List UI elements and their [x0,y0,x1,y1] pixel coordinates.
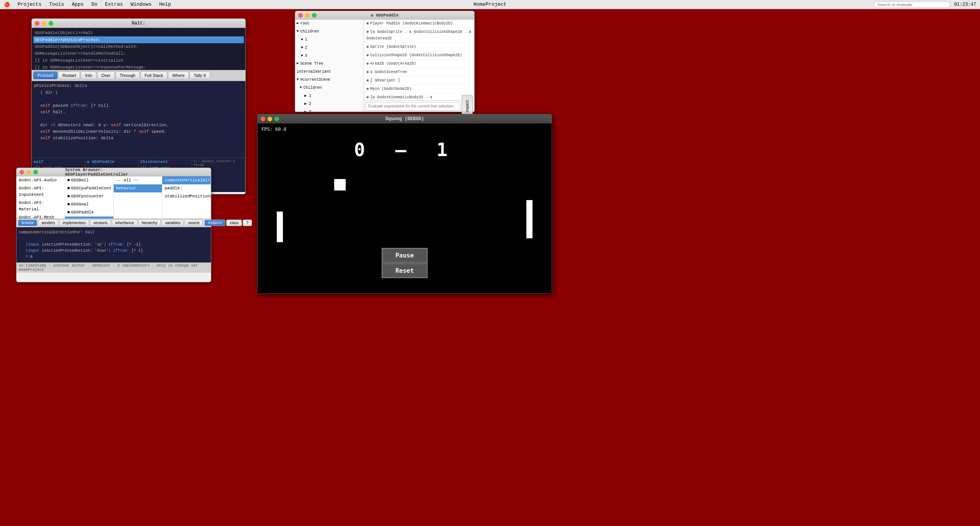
sb-package-item[interactable]: Godot-API-InputEvent [16,184,65,199]
tree-item[interactable]: ▶ 2 [295,100,364,108]
tree-item[interactable]: ▶1 [295,36,364,44]
sb-close-button[interactable] [20,170,24,174]
instance-btn[interactable]: instance [204,220,225,226]
stack-line[interactable]: [] in GDMessageListener>>initialize [33,57,244,64]
sb-method-item[interactable]: stabilizedPositionDelt [162,192,211,200]
gdsp-maximize-button[interactable] [312,13,317,18]
tree-item[interactable]: ▶ 1 [295,92,364,100]
menu-windows[interactable]: Windows [127,2,155,7]
squong-maximize-button[interactable] [274,117,279,121]
tab-source[interactable]: source [185,220,203,226]
reset-button[interactable]: Reset [382,263,428,278]
proceed-button[interactable]: Proceed [33,72,57,79]
gdsp-eval: inspect [364,100,474,112]
halt-titlebar: Halt: [32,19,245,28]
menu-help[interactable]: Help [155,2,175,7]
prop-item: ■Sprite (GodotSprite) [364,43,474,51]
tab-browse[interactable]: browse [18,220,37,226]
sb-class-item[interactable]: ■GDSBall [65,176,113,184]
maximize-button[interactable] [49,21,53,26]
halt-buttons: Proceed Restart Info Over Through Full S… [32,70,245,81]
tree-item[interactable]: ▶3 [295,52,364,60]
sb-method-item[interactable]: paddle: [162,184,211,192]
sb-class-item-selected[interactable]: ■GDSPlayerPaddleCo [65,217,113,218]
tree-item[interactable]: ▶ 3 [295,108,364,112]
through-button[interactable]: Through [116,72,140,79]
tree-item-internalvariant[interactable]: internalVariant [295,68,364,76]
tallyit-button[interactable]: Tally It [189,72,210,79]
tree-item[interactable]: ▶2 [295,44,364,52]
tree-item-scenetree[interactable]: ▶Scene Tree [295,60,364,68]
squong-minimize-button[interactable] [268,117,272,121]
info-button[interactable]: Info [81,72,96,79]
code-line [19,236,209,242]
prop-item: ■a GodotSceneTree [364,68,474,77]
sb-class-item[interactable]: ■GDSFpsCounter [65,192,113,200]
prop-item: ■CollisionShape2D (GodotCollisionShape2D… [364,51,474,60]
menu-tools[interactable]: Tools [45,2,68,7]
gdsp-minimize-button[interactable] [305,13,310,18]
packages-col: Godot-API-Audio Godot-API-InputEvent God… [16,176,65,218]
tab-implementors[interactable]: implementors [59,220,89,226]
sb-cat-item-selected[interactable]: behavior [114,184,162,192]
stack-line[interactable]: [] in GDMessageListener>>responseForMess… [33,64,244,70]
sb-package-item[interactable]: Godot-API-Material [16,199,65,213]
eval-input[interactable] [366,102,460,111]
apple-menu[interactable]: 🍎 [0,2,14,8]
sb-cat-item[interactable]: -- all -- [114,176,162,184]
gdsp-inspector-window: a GDSPaddle ▶root ▼Children ▶1 ▶2 ▶3 ▶Sc… [295,11,475,112]
menubar: 🍎 Projects Tools Apps Do Extras Windows … [0,0,980,9]
search-input[interactable] [874,1,950,8]
tree-item[interactable]: ▼Children [295,84,364,92]
sb-package-item[interactable]: Godot-API-Audio [16,176,65,184]
tree-item-root[interactable]: ▶root [295,20,364,28]
sysbrowser-window: System Browser: GDSPlayerPaddleControlle… [16,168,211,282]
sb-package-item[interactable]: Godot-API-Mesh [16,213,65,218]
sysbrowser-code: computeVerticalDirectionFor: ball (input… [16,227,211,262]
code-line: (input isActionPressedAction: 'down') if… [19,248,209,254]
menu-extras[interactable]: Extras [101,2,127,7]
menu-do[interactable]: Do [88,2,101,7]
sb-class-item[interactable]: ■GDSGoal [65,200,113,208]
prop-item: ■{a GodotKinematicBody2D . a GodotKinema… [364,93,474,100]
gdsp-close-button[interactable] [298,13,303,18]
sb-maximize-button[interactable] [33,170,38,174]
where-button[interactable]: Where [168,72,189,79]
squong-title: Squong (DEBUG) [385,116,424,122]
restart-button[interactable]: Restart [58,72,80,79]
clock: 01:23:47 [954,2,976,7]
sysbrowser-tabs: browse senders implementors versions inh… [16,218,211,227]
sb-minimize-button[interactable] [26,170,31,174]
sb-class-item[interactable]: ■GDSPaddle [65,208,113,217]
menu-apps[interactable]: Apps [68,2,87,7]
sb-method-item-selected[interactable]: computeVerticalDirec [162,176,211,184]
sb-class-item[interactable]: ■GDSCpuPaddleCont [65,184,113,192]
stack-line[interactable]: GDSPaddle(Object)>>halt [33,29,244,36]
context-header: thisContext [140,160,190,164]
help-btn[interactable]: ? [243,220,252,226]
minimize-button[interactable] [42,21,46,26]
close-button[interactable] [35,21,39,26]
classes-col: ■GDSBall ■GDSCpuPaddleCont ■GDSFpsCounte… [65,176,114,218]
menu-projects[interactable]: Projects [14,2,45,7]
squong-window: Squong (DEBUG) FPS: 60.0 0 — 1 Pause Res… [257,114,552,294]
stack-line[interactable]: GDMessageListener>>handleMethodCall: [33,50,244,57]
stack-line-selected[interactable]: GDSPaddle>>physicsProcess: [33,36,244,43]
tree-item-children[interactable]: ▼Children [295,28,364,36]
score-separator: — [395,139,414,160]
fullstack-button[interactable]: Full Stack [140,72,167,79]
over-button[interactable]: Over [97,72,115,79]
tab-hierarchy[interactable]: hierarchy [138,220,161,226]
halt-stack: GDSPaddle(Object)>>halt GDSPaddle>>physi… [32,28,245,70]
pause-button[interactable]: Pause [382,248,428,263]
code-line [34,96,243,103]
tab-variables[interactable]: variables [162,220,184,226]
tree-item-currentscene[interactable]: ▼#currentScene [295,76,364,84]
squong-close-button[interactable] [261,117,265,121]
stack-line[interactable]: GDSPaddle(GDBaseObject)>>callMethod:with… [33,43,244,50]
tab-senders[interactable]: senders [38,220,59,226]
class-btn[interactable]: class [226,220,242,226]
tab-inheritance[interactable]: inheritance [112,220,137,226]
tab-versions[interactable]: versions [90,220,111,226]
context-header: <-- Select context's field [194,160,244,167]
